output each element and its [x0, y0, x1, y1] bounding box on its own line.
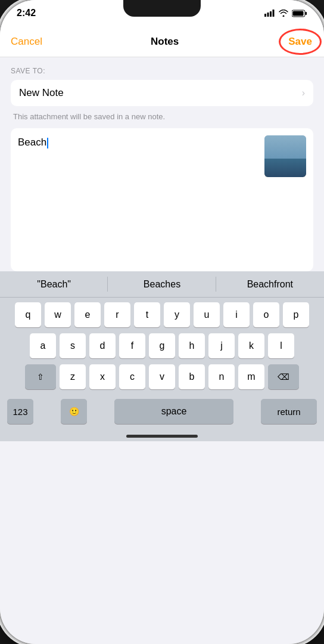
key-o[interactable]: o	[253, 302, 279, 327]
phone-frame: 2:42	[0, 0, 324, 644]
chevron-right-icon: ›	[302, 88, 305, 98]
keyboard-row-4: 123 🙂 space return	[2, 395, 322, 428]
new-note-row[interactable]: New Note ›	[11, 80, 313, 106]
note-text: Beach	[18, 135, 258, 150]
key-c[interactable]: c	[119, 364, 145, 389]
key-u[interactable]: u	[194, 302, 220, 327]
key-m[interactable]: m	[238, 364, 264, 389]
key-j[interactable]: j	[208, 333, 235, 358]
status-icons	[264, 10, 307, 17]
key-x[interactable]: x	[89, 364, 116, 389]
key-a[interactable]: a	[30, 333, 56, 358]
svg-rect-6	[293, 11, 304, 16]
new-note-text: New Note	[19, 87, 64, 99]
keyboard-row-1: q w e r t y u i o p	[2, 302, 322, 327]
key-d[interactable]: d	[89, 333, 116, 358]
save-to-label: SAVE TO:	[11, 67, 313, 75]
home-bar	[126, 435, 198, 438]
content-area: SAVE TO: New Note › This attachment will…	[0, 57, 324, 271]
status-bar: 2:42	[0, 0, 324, 26]
key-z[interactable]: z	[60, 364, 86, 389]
key-w[interactable]: w	[45, 302, 71, 327]
cancel-button[interactable]: Cancel	[11, 36, 42, 48]
predictive-item-1[interactable]: Beaches	[108, 271, 216, 297]
emoji-key[interactable]: 🙂	[61, 399, 87, 424]
key-h[interactable]: h	[179, 333, 205, 358]
key-t[interactable]: t	[134, 302, 160, 327]
return-key[interactable]: return	[261, 399, 317, 424]
shift-key[interactable]: ⇧	[25, 364, 56, 389]
delete-key[interactable]: ⌫	[268, 364, 299, 389]
key-v[interactable]: v	[149, 364, 175, 389]
notch	[123, 0, 201, 17]
space-key[interactable]: space	[114, 399, 233, 424]
battery-icon	[292, 10, 307, 17]
key-e[interactable]: e	[74, 302, 101, 327]
status-time: 2:42	[17, 8, 36, 18]
key-i[interactable]: i	[223, 302, 250, 327]
numbers-key[interactable]: 123	[7, 399, 33, 424]
home-indicator-area	[0, 430, 324, 441]
svg-rect-2	[270, 11, 272, 17]
key-k[interactable]: k	[238, 333, 264, 358]
note-thumbnail	[264, 135, 306, 177]
thumbnail-sea	[264, 159, 306, 178]
wifi-icon	[279, 10, 288, 17]
signal-icon	[264, 10, 275, 17]
keyboard-row-3: ⇧ z x c v b n m ⌫	[2, 364, 322, 389]
svg-rect-1	[267, 13, 269, 17]
predictive-bar: "Beach" Beaches Beachfront	[0, 271, 324, 298]
attachment-hint: This attachment will be saved in a new n…	[11, 110, 313, 128]
keyboard-row-2: a s d f g h j k l	[2, 333, 322, 358]
save-button[interactable]: Save	[287, 33, 313, 49]
predictive-item-2[interactable]: Beachfront	[216, 271, 324, 297]
key-r[interactable]: r	[104, 302, 130, 327]
key-g[interactable]: g	[149, 333, 175, 358]
key-l[interactable]: l	[268, 333, 294, 358]
key-b[interactable]: b	[179, 364, 205, 389]
key-y[interactable]: y	[164, 302, 190, 327]
key-p[interactable]: p	[283, 302, 309, 327]
predictive-item-0[interactable]: "Beach"	[0, 271, 108, 297]
nav-title: Notes	[151, 36, 179, 48]
key-q[interactable]: q	[15, 302, 41, 327]
key-n[interactable]: n	[208, 364, 235, 389]
note-input-area[interactable]: Beach	[11, 128, 313, 271]
thumbnail-sky	[264, 135, 306, 159]
key-s[interactable]: s	[60, 333, 86, 358]
nav-bar: Cancel Notes Save	[0, 26, 324, 57]
text-cursor	[47, 138, 48, 148]
svg-rect-3	[273, 10, 275, 17]
svg-rect-0	[264, 14, 266, 17]
keyboard: q w e r t y u i o p a s d f g h j k	[0, 298, 324, 430]
svg-rect-5	[306, 12, 307, 15]
key-f[interactable]: f	[119, 333, 145, 358]
save-button-wrapper: Save	[287, 36, 313, 48]
phone-inner: 2:42	[0, 0, 324, 644]
